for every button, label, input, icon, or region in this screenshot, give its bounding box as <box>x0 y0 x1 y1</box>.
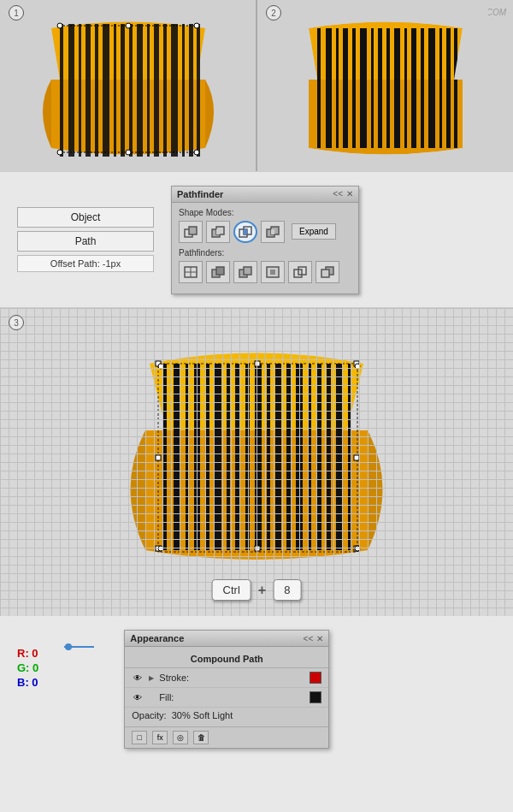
intersect-btn[interactable] <box>233 221 257 243</box>
rgb-r-value: R: 0 <box>17 647 38 660</box>
section-3: 3 <box>0 308 513 616</box>
svg-rect-10 <box>137 24 143 157</box>
rgb-b-value: B: 0 <box>17 676 38 689</box>
svg-rect-41 <box>454 28 457 148</box>
fx-btn[interactable]: fx <box>152 731 168 744</box>
new-item-btn[interactable]: □ <box>132 731 147 744</box>
stroke-label: Stroke: <box>159 673 304 683</box>
pathfinder-title: Pathfinder <box>177 189 223 199</box>
pathfinder-body: Shape Modes: Expand <box>172 203 358 293</box>
svg-rect-61 <box>270 270 275 275</box>
svg-rect-65 <box>321 270 329 277</box>
appearance-panel: Appearance << ✕ Compound Path 👁 ▶ Stroke… <box>124 630 329 749</box>
expand-btn[interactable]: Expand <box>292 223 336 240</box>
trim-btn[interactable] <box>206 261 230 283</box>
crop-btn[interactable] <box>261 261 285 283</box>
rgb-g-value: G: 0 <box>17 661 38 674</box>
panel-2: 2 <box>257 0 513 171</box>
svg-rect-15 <box>182 24 185 157</box>
svg-point-21 <box>194 150 199 155</box>
chair-barcode-1 <box>26 7 231 165</box>
offset-path-menu-item[interactable]: Offset Path: -1px <box>17 255 154 272</box>
svg-point-18 <box>57 23 62 28</box>
svg-rect-30 <box>360 28 367 148</box>
svg-rect-7 <box>114 24 116 157</box>
svg-point-19 <box>194 23 199 28</box>
rgb-display: R: 0 G: 0 B: 0 <box>17 647 38 689</box>
exclude-btn[interactable] <box>261 221 285 243</box>
minus-front-btn[interactable] <box>206 221 230 243</box>
appearance-footer: □ fx ◎ 🗑 <box>125 726 328 748</box>
svg-point-22 <box>126 23 131 28</box>
svg-rect-6 <box>103 24 109 157</box>
svg-rect-28 <box>343 28 348 148</box>
svg-point-20 <box>57 150 62 155</box>
step-1-num: 1 <box>9 5 24 21</box>
shape-modes-row: Expand <box>179 221 351 243</box>
appearance-title: Appearance <box>130 633 184 643</box>
minus-back-btn[interactable] <box>315 261 339 283</box>
chair-barcode-2 <box>283 7 488 165</box>
svg-rect-1 <box>60 24 63 157</box>
svg-rect-29 <box>352 28 356 148</box>
svg-rect-32 <box>378 28 382 148</box>
svg-rect-33 <box>386 28 390 148</box>
appearance-close[interactable]: ✕ <box>316 634 323 643</box>
pathfinder-panel: Pathfinder << ✕ Shape Modes: <box>171 186 359 294</box>
duplicate-btn[interactable]: ◎ <box>173 731 188 744</box>
svg-rect-52 <box>271 229 274 234</box>
svg-rect-17 <box>197 24 200 157</box>
svg-rect-37 <box>421 28 424 148</box>
svg-rect-31 <box>371 28 374 148</box>
stroke-color-swatch[interactable] <box>310 672 321 684</box>
outline-btn[interactable] <box>288 261 312 283</box>
svg-rect-2 <box>68 24 74 157</box>
svg-rect-57 <box>216 267 224 275</box>
divide-btn[interactable] <box>179 261 203 283</box>
compound-path-label: Compound Path <box>125 650 328 668</box>
keyboard-shortcut: Ctrl + 8 <box>212 579 302 601</box>
svg-rect-4 <box>86 24 91 157</box>
unite-btn[interactable] <box>179 221 203 243</box>
svg-rect-16 <box>189 24 193 157</box>
ctrl-key: Ctrl <box>212 579 251 601</box>
svg-point-23 <box>126 150 131 155</box>
fill-row: 👁 ▶ Fill: <box>125 688 328 708</box>
object-menu-item[interactable]: Object <box>17 207 154 228</box>
fill-label: Fill: <box>159 692 304 702</box>
pathfinder-minimize[interactable]: << <box>333 189 343 199</box>
svg-rect-8 <box>121 24 125 157</box>
svg-rect-27 <box>336 28 339 148</box>
svg-rect-43 <box>189 227 197 234</box>
svg-rect-14 <box>171 24 178 157</box>
svg-rect-11 <box>147 24 150 157</box>
fill-color-swatch[interactable] <box>310 691 321 703</box>
svg-rect-36 <box>411 28 416 148</box>
panel-1: 1 <box>0 0 256 171</box>
path-menu-item[interactable]: Path <box>17 231 154 252</box>
svg-rect-40 <box>446 28 451 148</box>
opacity-row: Opacity: 30% Soft Light <box>125 708 328 723</box>
svg-point-100 <box>65 643 72 650</box>
merge-btn[interactable] <box>233 261 257 283</box>
arrow-connector <box>64 630 98 664</box>
top-section: 思缘设计论坛 www.MISSVUAN.COM 1 <box>0 0 513 171</box>
step-2-num: 2 <box>266 5 281 21</box>
delete-btn[interactable]: 🗑 <box>193 731 209 744</box>
fill-visibility-icon[interactable]: 👁 <box>132 691 144 703</box>
svg-rect-12 <box>154 24 159 157</box>
appearance-body: Compound Path 👁 ▶ Stroke: 👁 ▶ Fill: Opac… <box>125 647 328 726</box>
middle-section: Object Path Offset Path: -1px Pathfinder… <box>0 171 513 308</box>
opacity-label: Opacity: <box>132 710 166 720</box>
svg-rect-38 <box>428 28 435 148</box>
shape-modes-label: Shape Modes: <box>179 208 351 217</box>
appearance-minimize[interactable]: << <box>304 634 314 643</box>
stroke-visibility-icon[interactable]: 👁 <box>132 672 144 684</box>
pathfinder-close[interactable]: ✕ <box>346 189 353 199</box>
svg-rect-49 <box>244 229 247 234</box>
opacity-value: 30% Soft Light <box>172 710 233 720</box>
stroke-expand-icon[interactable]: ▶ <box>149 674 154 682</box>
svg-rect-26 <box>326 28 332 148</box>
svg-rect-39 <box>439 28 442 148</box>
step-3-num: 3 <box>9 315 24 330</box>
